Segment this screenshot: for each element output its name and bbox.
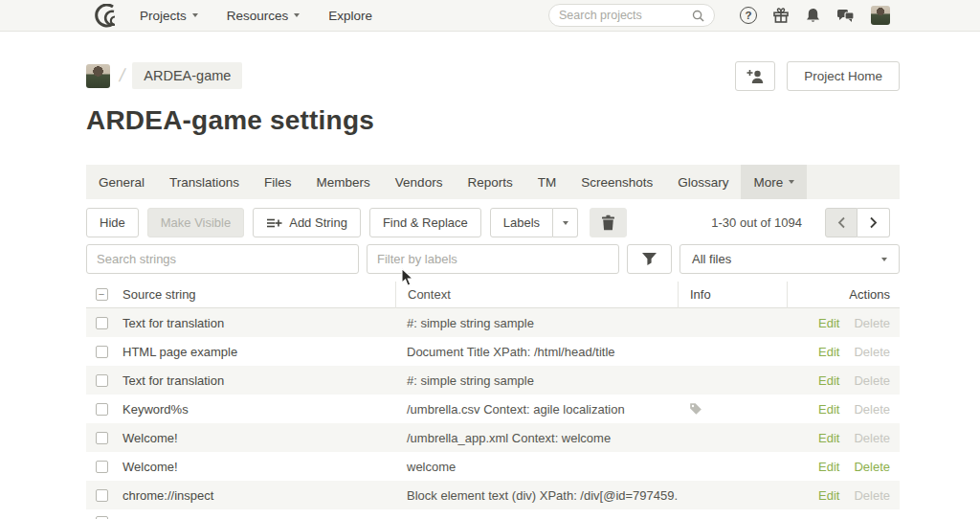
projects-search-input[interactable] — [559, 9, 692, 22]
row-checkbox[interactable] — [96, 374, 108, 387]
user-avatar[interactable] — [871, 6, 890, 25]
edit-link[interactable]: Edit — [818, 345, 839, 359]
source-string[interactable]: Text for translation — [117, 373, 395, 388]
edit-link[interactable]: Edit — [818, 460, 839, 474]
source-string[interactable]: Welcome! — [117, 431, 395, 445]
gift-button[interactable] — [772, 7, 790, 24]
project-owner-avatar[interactable] — [86, 64, 110, 88]
labels-button[interactable]: Labels — [490, 208, 553, 237]
string-info — [678, 402, 787, 416]
nav-projects[interactable]: Projects — [140, 9, 198, 23]
source-string[interactable]: Text for translation — [117, 316, 395, 330]
bell-icon — [805, 7, 821, 24]
source-string[interactable]: HTML page example — [117, 345, 395, 359]
row-checkbox[interactable] — [96, 461, 108, 473]
row-checkbox[interactable] — [96, 403, 108, 416]
table-row: Welcome! /umbrella_app.xml Context: welc… — [86, 423, 900, 452]
pagination-range: 1-30 out of 1094 — [711, 215, 802, 230]
tab-general[interactable]: General — [86, 165, 157, 199]
hide-button[interactable]: Hide — [86, 208, 139, 237]
strings-table: − Source string Context Info Actions Tex… — [86, 282, 900, 519]
table-row: Text for translation #: simple string sa… — [86, 308, 900, 337]
crowdin-logo-icon[interactable] — [84, 4, 119, 28]
tab-glossary[interactable]: Glossary — [665, 165, 741, 199]
string-context: Document Title XPath: /html/head/title — [395, 345, 678, 359]
row-checkbox[interactable] — [96, 317, 108, 329]
chevron-left-icon — [837, 216, 846, 229]
top-navigation-bar: Projects Resources Explore ? — [0, 0, 980, 32]
nav-explore-label: Explore — [328, 9, 372, 23]
search-icon — [692, 10, 704, 22]
nav-resources-label: Resources — [227, 9, 289, 23]
edit-link[interactable]: Edit — [818, 402, 839, 417]
edit-link[interactable]: Edit — [818, 373, 839, 388]
tab-screenshots[interactable]: Screenshots — [568, 165, 665, 199]
project-home-button[interactable]: Project Home — [787, 61, 900, 91]
tab-more[interactable]: More — [741, 165, 807, 199]
edit-link[interactable]: Edit — [818, 431, 839, 445]
delete-link[interactable]: Delete — [854, 373, 890, 388]
edit-link[interactable]: Edit — [818, 488, 839, 503]
delete-link[interactable]: Delete — [854, 402, 890, 417]
edit-link[interactable]: Edit — [818, 316, 839, 330]
next-page-button[interactable] — [858, 208, 890, 237]
help-glyph: ? — [745, 10, 751, 21]
col-info[interactable]: Info — [678, 282, 787, 308]
delete-link[interactable]: Delete — [854, 345, 890, 359]
file-filter-select[interactable]: All files — [679, 244, 900, 274]
nav-resources[interactable]: Resources — [227, 9, 301, 23]
add-string-button[interactable]: Add String — [253, 208, 361, 237]
string-context: #: simple string sample — [395, 373, 678, 388]
page-title: ARDEA-game settings — [86, 105, 374, 136]
help-icon: ? — [740, 7, 757, 24]
string-settings-page: Projects Resources Explore ? — [0, 0, 980, 519]
delete-link[interactable]: Delete — [854, 431, 890, 445]
row-checkbox[interactable] — [96, 489, 108, 502]
chevron-down-icon — [563, 221, 568, 225]
col-context[interactable]: Context — [395, 282, 678, 308]
search-strings-input[interactable] — [86, 244, 359, 274]
row-checkbox[interactable] — [96, 432, 108, 444]
messages-button[interactable] — [836, 8, 855, 24]
filter-labels-input[interactable] — [367, 244, 619, 274]
delete-link[interactable]: Delete — [854, 488, 890, 503]
tab-members[interactable]: Members — [304, 165, 383, 199]
tab-files[interactable]: Files — [252, 165, 304, 199]
string-context: welcome — [395, 460, 678, 474]
notifications-button[interactable] — [805, 7, 821, 24]
invite-user-button[interactable] — [735, 61, 775, 91]
advanced-filter-button[interactable] — [627, 244, 672, 274]
labels-dropdown-button[interactable] — [553, 208, 578, 237]
prev-page-button[interactable] — [825, 208, 858, 237]
gift-icon — [772, 7, 790, 24]
messages-icon — [836, 8, 855, 24]
chevron-down-icon — [192, 13, 198, 17]
select-all-checkbox[interactable]: − — [96, 288, 108, 301]
tab-vendors[interactable]: Vendors — [383, 165, 456, 199]
delete-strings-button[interactable] — [590, 208, 627, 237]
help-button[interactable]: ? — [740, 7, 757, 24]
delete-link[interactable]: Delete — [854, 316, 890, 330]
find-replace-button[interactable]: Find & Replace — [369, 208, 481, 237]
make-visible-button[interactable]: Make Visible — [147, 208, 244, 237]
col-source-string[interactable]: Source string — [117, 287, 395, 302]
settings-tabbar: General Translations Files Members Vendo… — [86, 165, 900, 199]
source-string[interactable]: chrome://inspect — [117, 488, 395, 503]
nav-explore[interactable]: Explore — [328, 9, 372, 23]
delete-link[interactable]: Delete — [854, 460, 890, 474]
source-string[interactable]: Keyword%s — [117, 402, 395, 417]
filter-funnel-icon — [641, 252, 657, 266]
string-context: Block element text (div) XPath: /div[@id… — [395, 488, 678, 503]
col-actions: Actions — [787, 282, 900, 308]
source-string[interactable]: Welcome! — [117, 460, 395, 474]
projects-search — [548, 4, 715, 27]
breadcrumb-project[interactable]: ARDEA-game — [132, 62, 242, 89]
table-row: chrome://inspect Block element text (div… — [86, 481, 900, 509]
tab-tm[interactable]: TM — [525, 165, 569, 199]
chevron-down-icon — [294, 13, 300, 17]
row-checkbox[interactable] — [96, 346, 108, 358]
string-context: #: simple string sample — [395, 316, 678, 330]
strings-filters: All files — [86, 244, 900, 274]
tab-reports[interactable]: Reports — [455, 165, 524, 199]
tab-translations[interactable]: Translations — [157, 165, 252, 199]
